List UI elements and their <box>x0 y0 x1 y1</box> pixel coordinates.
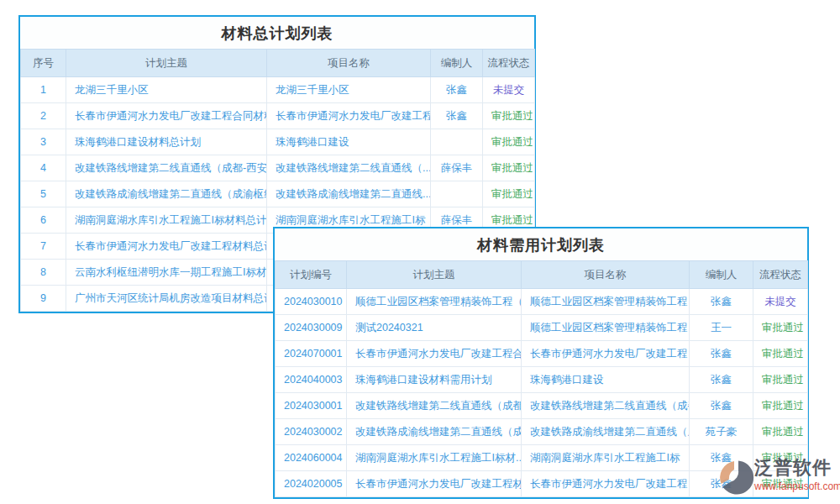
cell-subject[interactable]: 测试20240321 <box>347 315 522 341</box>
cell-subject[interactable]: 改建铁路线增建第二线直通线（成都-西安）... <box>66 155 267 181</box>
cell-creator <box>431 129 483 155</box>
cell-no: 3 <box>21 129 66 155</box>
material-total-plan-title: 材料总计划列表 <box>20 17 534 49</box>
column-header-subject: 计划主题 <box>66 50 267 77</box>
cell-project[interactable]: 顺德工业园区档案管理精装饰工程（... <box>522 315 690 341</box>
cell-status: 审批通过 <box>483 129 535 155</box>
cell-project[interactable]: 长春市伊通河水力发电厂改建工程 <box>522 471 690 497</box>
material-requirement-plan-title: 材料需用计划列表 <box>275 228 807 260</box>
cell-no: 5 <box>21 181 66 207</box>
table-row[interactable]: 5改建铁路成渝线增建第二直通线（成渝枢纽...改建铁路成渝线增建第二直通线...… <box>21 181 535 207</box>
cell-subject[interactable]: 珠海鹤港口建设材料总计划 <box>66 129 267 155</box>
cell-subject[interactable]: 顺德工业园区档案管理精装饰工程（... <box>347 289 522 315</box>
table-row[interactable]: 2024060004湖南洞庭湖水库引水工程施工I标材...湖南洞庭湖水库引水工程… <box>276 445 808 471</box>
table-header-row: 序号 计划主题 项目名称 编制人 流程状态 <box>21 50 535 77</box>
cell-project[interactable]: 改建铁路成渝线增建第二直通线... <box>267 181 431 207</box>
cell-subject[interactable]: 龙湖三千里小区 <box>66 77 267 103</box>
cell-creator[interactable]: 张鑫 <box>431 103 483 129</box>
cell-subject[interactable]: 云南水利枢纽潜明水库一期工程施工I标材料... <box>66 260 267 286</box>
column-header-no: 序号 <box>21 50 66 77</box>
column-header-status: 流程状态 <box>753 261 808 289</box>
table-row[interactable]: 2024030010顺德工业园区档案管理精装饰工程（...顺德工业园区档案管理精… <box>276 289 808 315</box>
table-row[interactable]: 2长春市伊通河水力发电厂改建工程合同材料...长春市伊通河水力发电厂改建工程张鑫… <box>21 103 535 129</box>
table-row[interactable]: 2024030001改建铁路线增建第二线直通线（成都...改建铁路线增建第二线直… <box>276 393 808 419</box>
column-header-creator: 编制人 <box>690 261 753 289</box>
cell-project[interactable]: 长春市伊通河水力发电厂改建工程 <box>267 103 431 129</box>
cell-subject[interactable]: 长春市伊通河水力发电厂改建工程合... <box>347 341 522 367</box>
cell-status: 审批通过 <box>753 419 808 445</box>
cell-status: 审批通过 <box>483 181 535 207</box>
cell-creator[interactable]: 张鑫 <box>690 289 753 315</box>
cell-status: 审批通过 <box>753 393 808 419</box>
cell-creator[interactable]: 张鑫 <box>690 341 753 367</box>
cell-project[interactable]: 顺德工业园区档案管理精装饰工程（... <box>522 289 690 315</box>
cell-no: 7 <box>21 234 66 260</box>
cell-creator <box>431 181 483 207</box>
table-row[interactable]: 2024030009测试20240321顺德工业园区档案管理精装饰工程（...王… <box>276 315 808 341</box>
table-row[interactable]: 4改建铁路线增建第二线直通线（成都-西安）...改建铁路线增建第二线直通线（..… <box>21 155 535 181</box>
table-header-row: 计划编号 计划主题 项目名称 编制人 流程状态 <box>276 261 808 289</box>
cell-subject[interactable]: 改建铁路成渝线增建第二直通线（成... <box>347 419 522 445</box>
cell-status: 审批通过 <box>483 103 535 129</box>
cell-number[interactable]: 2024040003 <box>276 367 347 393</box>
cell-status: 未提交 <box>483 77 535 103</box>
cell-creator[interactable]: 张鑫 <box>431 77 483 103</box>
cell-no: 2 <box>21 103 66 129</box>
cell-subject[interactable]: 长春市伊通河水力发电厂改建工程合同材料... <box>66 103 267 129</box>
cell-subject[interactable]: 湖南洞庭湖水库引水工程施工I标材料总计划 <box>66 207 267 234</box>
table-row[interactable]: 2024040003珠海鹤港口建设材料需用计划珠海鹤港口建设张鑫审批通过 <box>276 367 808 393</box>
cell-subject[interactable]: 长春市伊通河水力发电厂改建工程材料总计划 <box>66 234 267 260</box>
cell-number[interactable]: 2024070001 <box>276 341 347 367</box>
cell-creator[interactable]: 薛保丰 <box>431 155 483 181</box>
cell-subject[interactable]: 广州市天河区统计局机房改造项目材料总计划 <box>66 286 267 312</box>
cell-number[interactable]: 2024030002 <box>276 419 347 445</box>
table-row[interactable]: 2024070001长春市伊通河水力发电厂改建工程合...长春市伊通河水力发电厂… <box>276 341 808 367</box>
material-requirement-plan-window: 材料需用计划列表 计划编号 计划主题 项目名称 编制人 流程状态 2024030… <box>273 227 809 499</box>
cell-creator[interactable]: 张鑫 <box>690 445 753 471</box>
column-header-creator: 编制人 <box>431 50 483 77</box>
cell-number[interactable]: 2024020005 <box>276 471 347 497</box>
cell-project[interactable]: 改建铁路线增建第二线直通线（成都... <box>522 393 690 419</box>
cell-project[interactable]: 珠海鹤港口建设 <box>522 367 690 393</box>
cell-subject[interactable]: 改建铁路成渝线增建第二直通线（成渝枢纽... <box>66 181 267 207</box>
cell-creator[interactable]: 张鑫 <box>690 471 753 497</box>
cell-creator[interactable]: 张鑫 <box>690 393 753 419</box>
cell-status: 审批通过 <box>753 315 808 341</box>
cell-creator[interactable]: 王一 <box>690 315 753 341</box>
column-header-project: 项目名称 <box>522 261 690 289</box>
table-row[interactable]: 2024030002改建铁路成渝线增建第二直通线（成...改建铁路成渝线增建第二… <box>276 419 808 445</box>
cell-project[interactable]: 珠海鹤港口建设 <box>267 129 431 155</box>
table-row[interactable]: 2024020005长春市伊通河水力发电厂改建工程材...长春市伊通河水力发电厂… <box>276 471 808 497</box>
cell-no: 9 <box>21 286 66 312</box>
cell-status: 审批通过 <box>753 471 808 497</box>
cell-project[interactable]: 改建铁路成渝线增建第二直通线（成... <box>522 419 690 445</box>
cell-number[interactable]: 2024030001 <box>276 393 347 419</box>
material-requirement-plan-table: 计划编号 计划主题 项目名称 编制人 流程状态 2024030010顺德工业园区… <box>275 260 808 497</box>
cell-status: 审批通过 <box>753 367 808 393</box>
cell-creator[interactable]: 张鑫 <box>690 367 753 393</box>
cell-project[interactable]: 湖南洞庭湖水库引水工程施工I标 <box>522 445 690 471</box>
table-row[interactable]: 1龙湖三千里小区龙湖三千里小区张鑫未提交 <box>21 77 535 103</box>
cell-no: 6 <box>21 207 66 234</box>
cell-status: 审批通过 <box>753 445 808 471</box>
column-header-subject: 计划主题 <box>347 261 522 289</box>
cell-number[interactable]: 2024060004 <box>276 445 347 471</box>
cell-project[interactable]: 龙湖三千里小区 <box>267 77 431 103</box>
cell-number[interactable]: 2024030010 <box>276 289 347 315</box>
cell-number[interactable]: 2024030009 <box>276 315 347 341</box>
column-header-status: 流程状态 <box>483 50 535 77</box>
cell-project[interactable]: 长春市伊通河水力发电厂改建工程 <box>522 341 690 367</box>
cell-no: 4 <box>21 155 66 181</box>
cell-subject[interactable]: 湖南洞庭湖水库引水工程施工I标材... <box>347 445 522 471</box>
cell-no: 8 <box>21 260 66 286</box>
cell-subject[interactable]: 长春市伊通河水力发电厂改建工程材... <box>347 471 522 497</box>
cell-project[interactable]: 改建铁路线增建第二线直通线（... <box>267 155 431 181</box>
column-header-number: 计划编号 <box>276 261 347 289</box>
cell-subject[interactable]: 珠海鹤港口建设材料需用计划 <box>347 367 522 393</box>
table-row[interactable]: 3珠海鹤港口建设材料总计划珠海鹤港口建设审批通过 <box>21 129 535 155</box>
cell-status: 未提交 <box>753 289 808 315</box>
cell-subject[interactable]: 改建铁路线增建第二线直通线（成都... <box>347 393 522 419</box>
cell-creator[interactable]: 苑子豪 <box>690 419 753 445</box>
cell-status: 审批通过 <box>753 341 808 367</box>
column-header-project: 项目名称 <box>267 50 431 77</box>
